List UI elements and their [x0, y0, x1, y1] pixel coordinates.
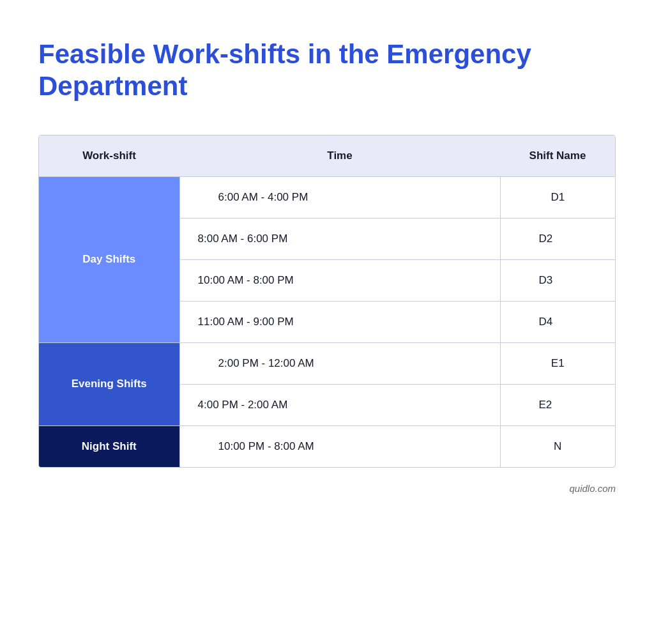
time-cell: 10:00 AM - 8:00 PM	[179, 259, 500, 301]
table-row: Evening Shifts2:00 PM - 12:00 AME1	[39, 342, 615, 384]
shift-name-cell: N	[500, 425, 615, 467]
shifts-table: Work-shift Time Shift Name Day Shifts6:0…	[39, 135, 615, 467]
col-header-workshift: Work-shift	[39, 135, 179, 177]
time-cell: 6:00 AM - 4:00 PM	[179, 176, 500, 218]
shifts-table-wrapper: Work-shift Time Shift Name Day Shifts6:0…	[38, 135, 616, 468]
time-cell: 4:00 PM - 2:00 AM	[179, 384, 500, 425]
category-cell-night: Night Shift	[39, 425, 179, 467]
shift-name-cell: D3	[500, 259, 615, 301]
shift-name-cell: D1	[500, 176, 615, 218]
shift-name-cell: D4	[500, 301, 615, 342]
time-cell: 2:00 PM - 12:00 AM	[179, 342, 500, 384]
category-cell-evening: Evening Shifts	[39, 342, 179, 425]
category-cell-day: Day Shifts	[39, 176, 179, 342]
shift-name-cell: D2	[500, 218, 615, 259]
shift-name-cell: E1	[500, 342, 615, 384]
col-header-time: Time	[179, 135, 500, 177]
page-title: Feasible Work-shifts in the Emergency De…	[38, 38, 616, 103]
time-cell: 10:00 PM - 8:00 AM	[179, 425, 500, 467]
table-header-row: Work-shift Time Shift Name	[39, 135, 615, 177]
shift-name-cell: E2	[500, 384, 615, 425]
footer-text: quidlo.com	[569, 483, 616, 494]
time-cell: 8:00 AM - 6:00 PM	[179, 218, 500, 259]
table-row: Night Shift10:00 PM - 8:00 AMN	[39, 425, 615, 467]
time-cell: 11:00 AM - 9:00 PM	[179, 301, 500, 342]
col-header-shiftname: Shift Name	[500, 135, 615, 177]
table-row: Day Shifts6:00 AM - 4:00 PMD1	[39, 176, 615, 218]
